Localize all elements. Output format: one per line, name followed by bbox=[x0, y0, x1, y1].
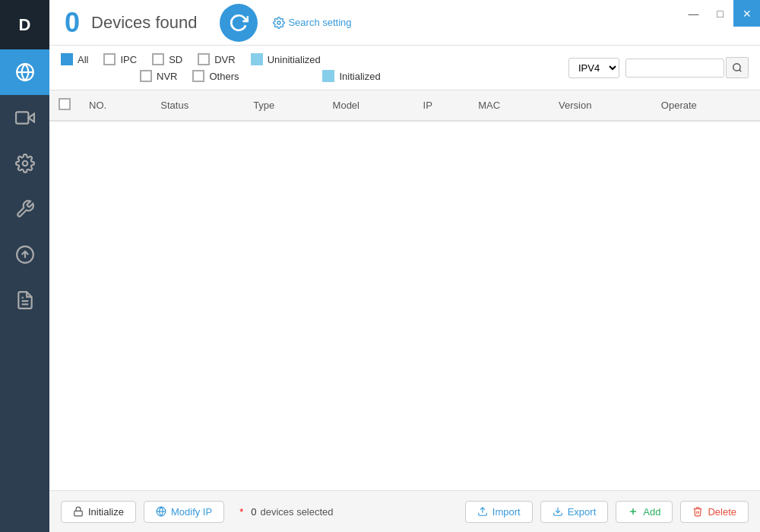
filter-ipc[interactable]: IPC bbox=[103, 53, 137, 65]
filter-row-1: All IPC SD DVR Uninitialized bbox=[61, 53, 568, 65]
col-model: Model bbox=[324, 90, 414, 121]
device-table: NO. Status Type Model IP MAC Version Ope… bbox=[49, 90, 760, 122]
col-operate: Operate bbox=[652, 90, 760, 121]
filter-row-2: NVR Others Initialized bbox=[61, 70, 568, 82]
device-count: 0 bbox=[65, 7, 80, 39]
svg-rect-3 bbox=[16, 112, 28, 123]
filter-dvr-checkbox[interactable] bbox=[198, 53, 210, 65]
filter-nvr-label: NVR bbox=[157, 71, 177, 82]
export-button[interactable]: Export bbox=[540, 501, 609, 523]
minimize-button[interactable]: — bbox=[680, 0, 707, 27]
filter-all-label: All bbox=[78, 54, 88, 65]
import-label: Import bbox=[492, 506, 521, 518]
filter-nvr[interactable]: NVR bbox=[140, 70, 177, 82]
search-setting-label: Search setting bbox=[288, 17, 351, 28]
filter-nvr-checkbox[interactable] bbox=[140, 70, 152, 82]
close-button[interactable]: ✕ bbox=[733, 0, 760, 27]
window-controls: — □ ✕ bbox=[680, 0, 760, 27]
filter-ipc-checkbox[interactable] bbox=[103, 53, 116, 65]
empty-state bbox=[49, 122, 760, 410]
svg-point-10 bbox=[733, 64, 740, 71]
sidebar: D bbox=[0, 0, 49, 532]
refresh-button[interactable] bbox=[220, 4, 258, 42]
filter-bar: All IPC SD DVR Uninitialized bbox=[49, 46, 760, 90]
col-type: Type bbox=[244, 90, 323, 121]
delete-label: Delete bbox=[708, 506, 736, 518]
sidebar-item-tools[interactable] bbox=[0, 186, 49, 232]
search-button[interactable] bbox=[726, 57, 749, 78]
filter-initialized[interactable]: Initialized bbox=[322, 70, 380, 82]
filter-others-label: Others bbox=[209, 71, 239, 82]
svg-marker-2 bbox=[28, 114, 34, 122]
select-all-header[interactable] bbox=[49, 90, 80, 121]
asterisk: * bbox=[239, 506, 243, 518]
filter-dvr[interactable]: DVR bbox=[198, 53, 235, 65]
device-table-area: NO. Status Type Model IP MAC Version Ope… bbox=[49, 90, 760, 490]
main-content: 0 Devices found Search setting — □ ✕ bbox=[49, 0, 760, 532]
devices-found-label: Devices found bbox=[91, 13, 197, 33]
filter-sd-checkbox[interactable] bbox=[152, 53, 164, 65]
sidebar-item-settings[interactable] bbox=[0, 141, 49, 186]
selected-info: * 0 devices selected bbox=[239, 506, 333, 518]
maximize-button[interactable]: □ bbox=[707, 0, 733, 27]
devices-selected-label: devices selected bbox=[260, 506, 333, 518]
app-logo: D bbox=[0, 0, 49, 49]
search-input[interactable] bbox=[625, 59, 724, 78]
filter-all[interactable]: All bbox=[61, 53, 88, 65]
filter-uninitialized[interactable]: Uninitialized bbox=[251, 53, 321, 65]
filter-others-checkbox[interactable] bbox=[192, 70, 204, 82]
filter-ipc-label: IPC bbox=[120, 54, 137, 65]
svg-point-9 bbox=[277, 21, 280, 24]
table-header-row: NO. Status Type Model IP MAC Version Ope… bbox=[49, 90, 760, 121]
svg-rect-12 bbox=[74, 511, 83, 515]
filter-others[interactable]: Others bbox=[192, 70, 239, 82]
selected-count: 0 bbox=[251, 506, 256, 518]
ipv4-select[interactable]: IPV4 IPV6 bbox=[568, 58, 619, 78]
svg-line-11 bbox=[739, 70, 742, 72]
filter-sd-label: SD bbox=[169, 54, 182, 65]
filter-uninitialized-label: Uninitialized bbox=[268, 54, 321, 65]
initialize-label: Initialize bbox=[88, 506, 124, 518]
filter-dvr-label: DVR bbox=[214, 54, 235, 65]
bottom-bar: Initialize Modify IP * 0 devices selecte… bbox=[49, 490, 760, 532]
col-ip: IP bbox=[414, 90, 470, 121]
import-button[interactable]: Import bbox=[465, 501, 533, 523]
filter-all-checkbox[interactable] bbox=[61, 53, 73, 65]
svg-point-4 bbox=[22, 161, 27, 166]
sidebar-item-docs[interactable] bbox=[0, 277, 49, 323]
filter-sd[interactable]: SD bbox=[152, 53, 182, 65]
filter-initialized-checkbox[interactable] bbox=[322, 70, 334, 82]
add-button[interactable]: Add bbox=[616, 501, 673, 523]
modify-ip-label: Modify IP bbox=[171, 506, 212, 518]
select-all-checkbox[interactable] bbox=[59, 98, 71, 110]
export-label: Export bbox=[568, 506, 597, 518]
modify-ip-button[interactable]: Modify IP bbox=[144, 501, 224, 523]
bottom-right-actions: Import Export Add bbox=[465, 501, 749, 523]
col-mac: MAC bbox=[469, 90, 549, 121]
col-no: NO. bbox=[80, 90, 151, 121]
initialize-button[interactable]: Initialize bbox=[61, 501, 136, 523]
titlebar: 0 Devices found Search setting — □ ✕ bbox=[49, 0, 760, 46]
add-label: Add bbox=[643, 506, 660, 518]
col-status: Status bbox=[151, 90, 244, 121]
sidebar-item-network[interactable] bbox=[0, 49, 49, 95]
filter-uninitialized-checkbox[interactable] bbox=[251, 53, 263, 65]
filter-right: IPV4 IPV6 bbox=[568, 57, 749, 78]
delete-button[interactable]: Delete bbox=[680, 501, 749, 523]
filter-initialized-label: Initialized bbox=[339, 71, 380, 82]
search-setting-button[interactable]: Search setting bbox=[273, 17, 351, 29]
sidebar-item-upload[interactable] bbox=[0, 232, 49, 277]
col-version: Version bbox=[549, 90, 652, 121]
sidebar-item-camera[interactable] bbox=[0, 95, 49, 141]
